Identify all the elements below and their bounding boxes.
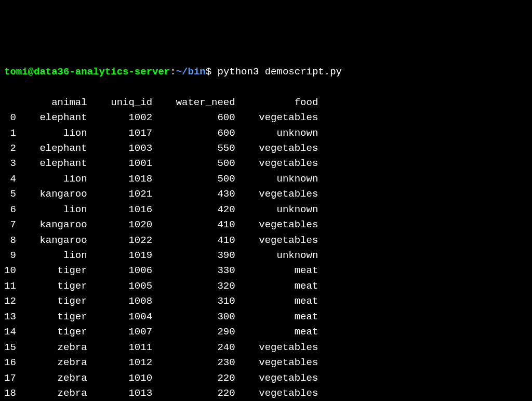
table-row: 5 kangaroo 1021 430 vegetables <box>4 187 528 202</box>
table-row: 11 tiger 1005 320 meat <box>4 279 528 294</box>
table-row: 4 lion 1018 500 unknown <box>4 172 528 187</box>
table-output: animal uniq_id water_need food 0 elephan… <box>4 95 528 401</box>
table-row: 6 lion 1016 420 unknown <box>4 202 528 217</box>
table-row: 1 lion 1017 600 unknown <box>4 126 528 141</box>
table-header: animal uniq_id water_need food <box>4 95 528 110</box>
table-row: 10 tiger 1006 330 meat <box>4 263 528 278</box>
table-row: 12 tiger 1008 310 meat <box>4 294 528 309</box>
prompt-user: tomi@data36-analytics-server <box>4 66 170 77</box>
table-row: 0 elephant 1002 600 vegetables <box>4 110 528 125</box>
table-row: 3 elephant 1001 500 vegetables <box>4 156 528 171</box>
table-row: 7 kangaroo 1020 410 vegetables <box>4 217 528 232</box>
table-row: 13 tiger 1004 300 meat <box>4 309 528 325</box>
prompt-command[interactable]: python3 demoscript.py <box>211 66 342 77</box>
table-row: 17 zebra 1010 220 vegetables <box>4 371 528 386</box>
prompt-dollar: $ <box>206 66 211 77</box>
prompt-path: ~/bin <box>176 66 206 77</box>
table-row: 16 zebra 1012 230 vegetables <box>4 355 528 370</box>
table-row: 9 lion 1019 390 unknown <box>4 248 528 263</box>
table-row: 8 kangaroo 1022 410 vegetables <box>4 233 528 248</box>
table-row: 15 zebra 1011 240 vegetables <box>4 340 528 355</box>
prompt-line-1: tomi@data36-analytics-server:~/bin$ pyth… <box>4 64 528 80</box>
table-row: 14 tiger 1007 290 meat <box>4 325 528 340</box>
prompt-colon: : <box>170 66 176 77</box>
table-row: 2 elephant 1003 550 vegetables <box>4 141 528 156</box>
table-row: 18 zebra 1013 220 vegetables <box>4 386 528 401</box>
